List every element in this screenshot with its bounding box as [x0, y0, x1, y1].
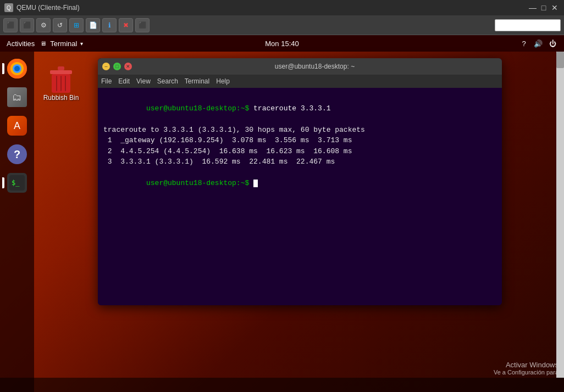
- tray-power-icon[interactable]: ⏻: [548, 38, 557, 48]
- terminal-menu-help[interactable]: Help: [216, 77, 230, 85]
- dock-item-terminal[interactable]: $_: [4, 170, 30, 195]
- scroll-thumb[interactable]: [556, 52, 564, 68]
- terminal-close-button[interactable]: ✕: [124, 63, 132, 70]
- toolbar-search-input[interactable]: [495, 19, 561, 31]
- activate-windows-watermark: Activar Windows Ve a Configuración para: [494, 361, 559, 376]
- ubuntu-topbar: Activities 🖥 Terminal ▾ Mon 15:40 ? 🔊 ⏻: [0, 35, 564, 52]
- qemu-scrollbar[interactable]: [556, 52, 564, 378]
- toolbar-btn-windows[interactable]: ⊞: [69, 18, 84, 32]
- bin-icon: [48, 65, 74, 92]
- svg-rect-7: [50, 70, 72, 74]
- toolbar-btn-1[interactable]: ⬛: [3, 18, 18, 32]
- svg-text:$_: $_: [12, 179, 20, 187]
- terminal-menu-view[interactable]: View: [136, 77, 151, 85]
- terminal-line-6: user@ubuntu18-desktop:~$: [103, 167, 496, 200]
- ubuntu-desktop: Activities 🖥 Terminal ▾ Mon 15:40 ? 🔊 ⏻: [0, 35, 564, 392]
- terminal-cursor: [253, 180, 258, 187]
- dock-item-firefox[interactable]: [4, 56, 30, 81]
- files-icon: 🗂: [7, 87, 27, 107]
- terminal-dock-icon: $_: [7, 173, 27, 193]
- terminal-menu-label: Terminal: [50, 40, 77, 48]
- toolbar-btn-settings[interactable]: ⚙: [36, 18, 51, 32]
- svg-rect-6: [58, 66, 64, 70]
- svg-point-3: [14, 66, 20, 71]
- qemu-toolbar: ⬛ ⬛ ⚙ ↺ ⊞ 📄 ℹ ✖ ⬛: [0, 15, 564, 35]
- qemu-minimize-button[interactable]: —: [528, 3, 538, 13]
- activate-windows-subtitle: Ve a Configuración para: [494, 369, 559, 376]
- terminal-line-5: 3 3.3.3.1 (3.3.3.1) 16.592 ms 22.481 ms …: [103, 156, 496, 167]
- qemu-title-left: Q QEMU (Cliente-Final): [4, 3, 80, 12]
- terminal-menu-edit[interactable]: Edit: [118, 77, 130, 85]
- terminal-menu-file[interactable]: File: [101, 77, 112, 85]
- dock-item-files[interactable]: 🗂: [4, 85, 30, 110]
- toolbar-btn-2[interactable]: ⬛: [20, 18, 34, 32]
- qemu-titlebar: Q QEMU (Cliente-Final) — □ ✕: [0, 0, 564, 15]
- terminal-prompt-2: user@ubuntu18-desktop:~$: [146, 179, 253, 187]
- tray-volume-icon[interactable]: 🔊: [533, 38, 543, 48]
- qemu-window: Q QEMU (Cliente-Final) — □ ✕ ⬛ ⬛ ⚙ ↺ ⊞ 📄…: [0, 0, 564, 392]
- terminal-menu-terminal[interactable]: Terminal: [185, 77, 209, 85]
- terminal-minimize-button[interactable]: –: [102, 63, 110, 70]
- qemu-window-controls: — □ ✕: [528, 3, 560, 13]
- terminal-line-3: 1 _gateway (192.168.9.254) 3.078 ms 3.55…: [103, 135, 496, 146]
- ubuntu-dock: 🗂 A ? $_: [0, 52, 34, 392]
- qemu-close-button[interactable]: ✕: [550, 3, 560, 13]
- activate-windows-title: Activar Windows: [494, 361, 559, 369]
- terminal-window-controls: – □ ✕: [102, 63, 132, 70]
- rubbish-bin[interactable]: Rubbish Bin: [42, 65, 80, 102]
- terminal-window-title: user@ubuntu18-desktop: ~: [132, 63, 497, 70]
- clock: Mon 15:40: [265, 40, 298, 48]
- toolbar-btn-8[interactable]: ⬛: [135, 18, 150, 32]
- help-icon: ?: [7, 144, 27, 164]
- terminal-line-2: traceroute to 3.3.3.1 (3.3.3.1), 30 hops…: [103, 125, 496, 136]
- terminal-menu-button[interactable]: 🖥 Terminal ▾: [40, 40, 83, 48]
- terminal-maximize-button[interactable]: □: [113, 63, 121, 70]
- toolbar-btn-refresh[interactable]: ↺: [53, 18, 67, 32]
- ubuntu-bottom-bar: [0, 378, 564, 392]
- appstore-icon: A: [7, 116, 27, 136]
- firefox-icon: [7, 59, 27, 79]
- qemu-title-text: QEMU (Cliente-Final): [16, 4, 80, 12]
- tray-accessibility-icon[interactable]: ?: [519, 38, 529, 48]
- toolbar-btn-5[interactable]: 📄: [86, 18, 100, 32]
- terminal-line-1: user@ubuntu18-desktop:~$ traceroute 3.3.…: [103, 92, 496, 125]
- terminal-menu-search[interactable]: Search: [157, 77, 178, 85]
- terminal-window-titlebar: – □ ✕ user@ubuntu18-desktop: ~: [98, 58, 502, 75]
- ubuntu-tray: ? 🔊 ⏻: [519, 38, 557, 48]
- qemu-maximize-button[interactable]: □: [539, 3, 549, 13]
- dock-item-help[interactable]: ?: [4, 142, 30, 167]
- toolbar-btn-stop[interactable]: ✖: [119, 18, 133, 32]
- terminal-menubar: File Edit View Search Terminal Help: [98, 75, 502, 88]
- terminal-content[interactable]: user@ubuntu18-desktop:~$ traceroute 3.3.…: [98, 88, 502, 305]
- terminal-line-4: 2 4.4.5.254 (4.4.5.254) 16.638 ms 16.623…: [103, 146, 496, 157]
- terminal-prompt-1: user@ubuntu18-desktop:~$: [146, 104, 253, 113]
- terminal-cmd-1: traceroute 3.3.3.1: [253, 104, 330, 113]
- activities-button[interactable]: Activities: [7, 40, 35, 48]
- toolbar-btn-info[interactable]: ℹ: [102, 18, 117, 32]
- qemu-app-icon: Q: [4, 3, 13, 12]
- terminal-window: – □ ✕ user@ubuntu18-desktop: ~ File Edit…: [98, 58, 502, 305]
- dock-item-appstore[interactable]: A: [4, 113, 30, 138]
